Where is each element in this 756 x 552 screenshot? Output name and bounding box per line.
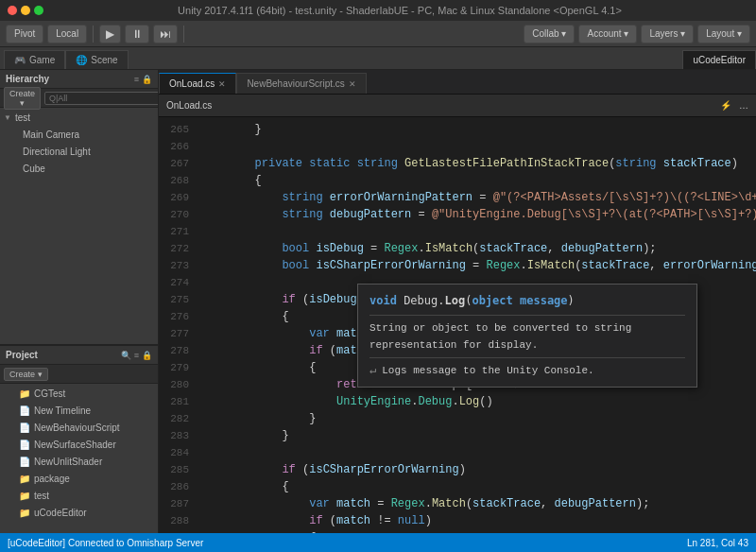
file-icon-timeline: 📄 [19,404,30,419]
code-tab-newbehaviour-close[interactable]: ✕ [349,79,356,89]
code-header: OnLoad.cs ⚡ … [159,95,756,117]
tooltip-note: ↵ Logs message to the Unity Console. [369,362,685,379]
project-item-ucodeeditor[interactable]: 📁 uCodeEditor [0,505,158,522]
layout-button[interactable]: Layout ▾ [697,25,750,43]
more-icon[interactable]: … [739,100,748,111]
code-line-288: 288 if (match != null) [159,512,756,529]
project-lock-icon[interactable]: 🔒 [142,351,152,360]
line-content-286: { [197,478,756,495]
project-item-timeline[interactable]: 📄 New Timeline [0,403,158,420]
line-num-283: 283 [159,427,197,444]
collab-button[interactable]: Collab ▾ [524,25,575,43]
project-item-test[interactable]: 📁 test [0,488,158,505]
code-tabs: OnLoad.cs ✕ NewBehaviourScript.cs ✕ [159,70,756,95]
project-item-test-label: test [34,489,49,504]
line-content-268: { [197,172,756,189]
hierarchy-item-camera-label: Main Camera [23,128,79,143]
tab-game-label: Game [29,55,55,65]
file-icon-newunlit: 📄 [19,455,30,470]
hierarchy-item-light[interactable]: Directional Light [0,144,158,161]
code-line-271: 271 [159,223,756,240]
line-num-274: 274 [159,274,197,291]
hierarchy-item-test[interactable]: ▼ test [0,110,158,127]
file-icon-newbehaviour: 📄 [19,421,30,436]
maximize-dot[interactable] [34,6,43,15]
tab-ucodeeditor[interactable]: uCodeEditor [682,50,756,69]
minimize-dot[interactable] [21,6,30,15]
project-create-bar: Create ▾ [0,365,158,384]
layers-button[interactable]: Layers ▾ [641,25,694,43]
pause-button[interactable]: ⏸ [125,25,149,43]
code-tab-onload[interactable]: OnLoad.cs ✕ [159,73,236,94]
line-num-286: 286 [159,478,197,495]
project-item-newunlit[interactable]: 📄 NewUnlitShader [0,454,158,471]
cursor-position: Ln 281, Col 43 [687,538,748,548]
project-search-icon[interactable]: 🔍 [121,351,131,360]
tooltip-param-name: object message [472,294,567,307]
code-tab-newbehaviour[interactable]: NewBehaviourScript.cs ✕ [236,73,366,94]
line-content-288: if (match != null) [197,512,756,529]
project-item-newbehaviour[interactable]: 📄 NewBehaviourScript [0,420,158,437]
line-num-279: 279 [159,359,197,376]
play-button[interactable]: ▶ [99,25,121,43]
close-dot[interactable] [8,6,17,15]
project-item-timeline-label: New Timeline [34,404,91,419]
folder-icon-ucodeeditor: 📁 [19,506,30,521]
hierarchy-collapse-icon[interactable]: ≡ [134,75,139,84]
code-tab-newbehaviour-label: NewBehaviourScript.cs [247,78,344,89]
left-sidebar: Hierarchy ≡ 🔒 Create ▾ ▼ test Main Camer… [0,70,159,533]
line-content-271 [197,223,756,240]
hierarchy-lock-icon[interactable]: 🔒 [142,75,152,84]
line-num-265: 265 [159,121,197,138]
line-num-281: 281 [159,393,197,410]
folder-icon-package: 📁 [19,472,30,487]
code-line-266: 266 [159,138,756,155]
project-item-ucodeeditor-label: uCodeEditor [34,506,87,521]
local-button[interactable]: Local [47,25,87,43]
project-panel: Project 🔍 ≡ 🔒 Create ▾ 📁 CGTest 📄 New Ti… [0,344,158,533]
line-num-289: 289 [159,529,197,533]
hierarchy-panel: Hierarchy ≡ 🔒 Create ▾ ▼ test Main Camer… [0,70,158,344]
status-text: [uCodeEditor] Connected to Omnisharp Ser… [8,538,203,548]
project-collapse-icon[interactable]: ≡ [134,351,139,360]
project-item-package-label: package [34,472,70,487]
folder-icon-cgtest: 📁 [19,387,30,402]
line-num-269: 269 [159,189,197,206]
code-line-284: 284 [159,444,756,461]
line-content-283: } [197,427,756,444]
pivot-button[interactable]: Pivot [6,25,43,43]
line-num-266: 266 [159,138,197,155]
hierarchy-item-camera[interactable]: Main Camera [0,127,158,144]
step-button[interactable]: ⏭ [153,25,178,43]
code-line-269: 269 string errorOrWarningPattern = @"(?<… [159,189,756,206]
line-content-272: bool isDebug = Regex.IsMatch(stackTrace,… [197,240,756,257]
code-line-287: 287 var match = Regex.Match(stackTrace, … [159,495,756,512]
tooltip-signature: void Debug.Log(object message) [369,292,685,316]
code-editor[interactable]: 265 } 266 267 private static string GetL… [159,117,756,533]
hierarchy-create-button[interactable]: Create ▾ [4,87,41,110]
project-item-newsurface-label: NewSurfaceShader [34,438,116,453]
project-create-button[interactable]: Create ▾ [4,368,48,381]
code-line-286: 286 { [159,478,756,495]
project-item-package[interactable]: 📁 package [0,471,158,488]
code-line-285: 285 if (isCSharpErrorOrWarning) [159,461,756,478]
tab-scene[interactable]: 🌐 Scene [65,50,128,69]
project-item-cgtest[interactable]: 📁 CGTest [0,386,158,403]
hierarchy-search-input[interactable] [44,92,158,105]
main-layout: Hierarchy ≡ 🔒 Create ▾ ▼ test Main Camer… [0,70,756,533]
line-num-282: 282 [159,410,197,427]
line-num-276: 276 [159,308,197,325]
hierarchy-create-bar: Create ▾ [0,89,158,108]
project-item-newsurface[interactable]: 📄 NewSurfaceShader [0,437,158,454]
account-button[interactable]: Account ▾ [578,25,637,43]
code-area: OnLoad.cs ✕ NewBehaviourScript.cs ✕ OnLo… [159,70,756,533]
tab-game-icon: 🎮 [14,55,26,65]
top-tabs-row: 🎮 Game 🌐 Scene uCodeEditor [0,47,756,70]
code-tab-onload-close[interactable]: ✕ [218,79,226,89]
project-list: 📁 CGTest 📄 New Timeline 📄 NewBehaviourSc… [0,384,158,533]
line-num-288: 288 [159,512,197,529]
lightning-icon[interactable]: ⚡ [720,100,731,111]
tab-game[interactable]: 🎮 Game [4,50,65,69]
hierarchy-item-cube[interactable]: Cube [0,161,158,178]
hierarchy-item-test-label: test [15,111,30,126]
